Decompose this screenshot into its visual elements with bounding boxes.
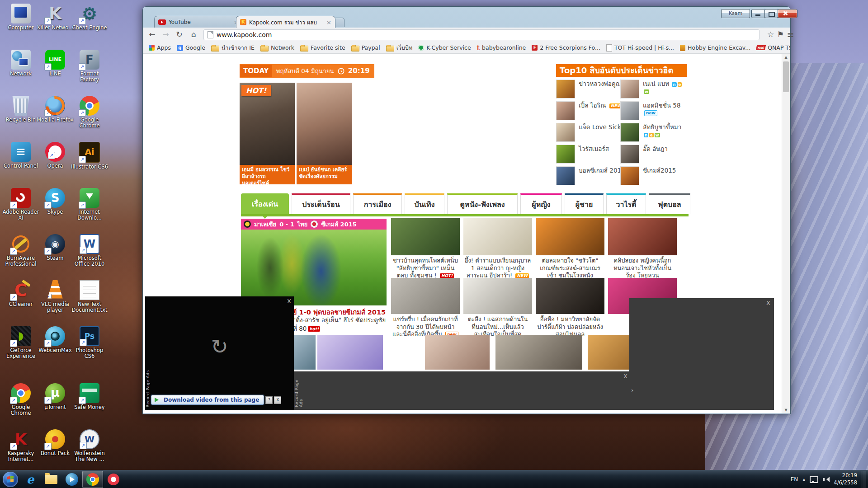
football-caption[interactable]: ย์ 1-0 ฟุตบอลชายซีเกมส์ 2015 "ติ้ง-สารัช…: [293, 308, 389, 333]
download-video-button[interactable]: Download video from this page: [151, 395, 264, 405]
desktop-icon-safemoney[interactable]: ↗Safe Money: [71, 383, 108, 410]
minimize-button[interactable]: [751, 9, 765, 18]
desktop-icon-reader[interactable]: ↗Adobe Reader XI: [2, 188, 40, 221]
desktop-icon-recycle[interactable]: Recycle Bin: [2, 96, 40, 123]
strip-image[interactable]: [294, 335, 316, 370]
page-tab-3[interactable]: การเมือง: [353, 193, 402, 214]
bookmark-item[interactable]: K-Cyber Service: [418, 44, 471, 51]
ksam-plugin-button[interactable]: Ksam: [721, 9, 750, 18]
strip-image[interactable]: [317, 335, 383, 370]
desktop-icon-cheatengine[interactable]: ↗Cheat Engine: [71, 4, 108, 31]
language-indicator[interactable]: EN: [791, 476, 798, 483]
top10-item[interactable]: เนเน่ แบท new: [620, 80, 688, 99]
bookmark-item[interactable]: TOT Hi-speed | Hi-s...: [606, 44, 674, 52]
bookmark-item[interactable]: นำเข้าจาก IE: [211, 43, 255, 52]
desktop-icon-opera[interactable]: ↗Opera: [36, 142, 74, 169]
bookmark-item[interactable]: NASQNAP TS-253 Pro R...: [756, 44, 790, 51]
desktop-icon-bonut[interactable]: ↗Bonut Pack: [36, 429, 74, 456]
article-card[interactable]: คลิปสยอง หญิงคนนี้ถูก หนอนเจาะไชหัวทั้งเ…: [608, 218, 677, 280]
desktop-icon-skype[interactable]: ↗Skype: [36, 188, 74, 215]
page-tab-9[interactable]: ฟุตบอล: [649, 193, 690, 214]
desktop-icon-kaspersky[interactable]: ↗Kaspersky Internet...: [2, 429, 40, 462]
article-card[interactable]: ชาวบ้านสุดทนโพสต์เหน็บ "ลัทธิบูชาขี้หมา"…: [391, 218, 460, 280]
start-button[interactable]: [3, 472, 18, 487]
chevron-icon[interactable]: ›: [631, 387, 633, 394]
desktop-icon-computer[interactable]: Computer: [2, 4, 40, 31]
close-icon[interactable]: X: [766, 300, 770, 306]
tray-expand-icon[interactable]: ▲: [802, 478, 805, 482]
bookmark-item[interactable]: Hobby Engine Excav...: [680, 44, 750, 51]
top10-item[interactable]: แอดมิชชั่น 58 new: [620, 101, 688, 120]
maximize-button[interactable]: [764, 9, 778, 18]
page-tab-7[interactable]: ผู้ชาย: [565, 193, 604, 214]
top10-item[interactable]: ซีเกมส์2015: [620, 166, 688, 185]
desktop-icon-illustrator[interactable]: ↗Illustrator CS6: [71, 142, 108, 170]
bookmark-item[interactable]: Paypal: [351, 44, 380, 52]
tab-youtube[interactable]: YouTube×: [154, 16, 243, 28]
desktop-icon-formatfactory[interactable]: ↗Format Factory: [71, 50, 108, 83]
speaker-icon[interactable]: [823, 477, 829, 482]
scrollbar-thumb[interactable]: [783, 61, 789, 92]
taskbar-explorer-button[interactable]: [41, 471, 61, 488]
taskbar-wmp-button[interactable]: [61, 471, 82, 488]
scroll-down-arrow[interactable]: ▼: [782, 407, 790, 413]
close-download-bar-button[interactable]: X: [274, 396, 281, 404]
hot-card[interactable]: เบเบ๋ ธันย์ชนก เคลียร์ชัดเรื่องศัลยกรรม: [297, 83, 352, 184]
desktop-icon-controlpanel[interactable]: Control Panel: [2, 142, 40, 169]
desktop-icon-ccleaner[interactable]: ↗CCleaner: [2, 280, 40, 307]
desktop-icon-wolfenstein[interactable]: ↗Wolfenstein The New ...: [71, 429, 108, 462]
page-tab-5[interactable]: ดูหนัง-ฟังเพลง: [447, 193, 518, 214]
show-desktop-button[interactable]: [862, 471, 866, 488]
forward-button[interactable]: →: [160, 28, 172, 41]
desktop-icon-photoshop[interactable]: ↗Photoshop CS6: [71, 326, 108, 359]
bookmark-item[interactable]: Favorite site: [300, 44, 345, 52]
bookmark-item[interactable]: Apps: [149, 44, 171, 51]
desktop-icon-word[interactable]: ↗Microsoft Office 2010: [71, 234, 108, 267]
page-tab-6[interactable]: ผู้หญิง: [520, 193, 562, 214]
strip-image[interactable]: [425, 335, 490, 370]
article-card[interactable]: แชร์พรึ่บ ! เมื่อคนรักเก่าที่ จากกัน 30 …: [391, 278, 460, 338]
bookmark-item[interactable]: gGoogle: [177, 44, 205, 51]
top10-item[interactable]: อั๊ด อัษฎา: [620, 145, 688, 164]
bookmark-item[interactable]: F2 Free Scorpions Fo...: [532, 44, 600, 51]
tab-close-icon[interactable]: ×: [326, 19, 331, 25]
desktop-icon-line[interactable]: ↗LINE: [36, 50, 74, 77]
desktop-icon-chrome[interactable]: ↗Google Chrome: [2, 383, 40, 416]
page-tab-2[interactable]: ประเด็นร้อน: [292, 193, 350, 214]
bookmark-item[interactable]: Network: [260, 44, 294, 52]
close-icon[interactable]: X: [623, 373, 627, 379]
taskbar-opera-button[interactable]: [103, 471, 124, 488]
desktop-icon-txt[interactable]: New Text Document.txt: [71, 280, 108, 313]
page-tab-4[interactable]: บันเทิง: [405, 193, 444, 214]
close-window-button[interactable]: [778, 9, 797, 18]
home-button[interactable]: ⌂: [188, 28, 200, 41]
desktop-icon-firefox[interactable]: ↗Mozilla Firefox: [36, 96, 74, 123]
desktop-icon-killer[interactable]: ↗Killer Netwo...: [36, 4, 74, 31]
page-tab-1[interactable]: เรื่องเด่น: [241, 193, 289, 214]
taskbar-chrome-button[interactable]: [82, 471, 103, 488]
desktop-icon-utorrent[interactable]: ↗µTorrent: [36, 383, 74, 410]
article-card[interactable]: อึ้ง! ตำราแบบเรียนอนุบาล 1 สอนเด็กว่า ญ-…: [463, 218, 532, 280]
close-icon[interactable]: X: [287, 298, 291, 304]
address-bar[interactable]: www.kapook.com: [203, 29, 760, 40]
help-button[interactable]: ?: [265, 396, 273, 404]
article-card[interactable]: ต่อลมหายใจ "ชรัวโต" เกณฑ์พระสงฆ์-สามเณร …: [536, 218, 604, 280]
bookmark-item[interactable]: เว็บบิท: [386, 43, 412, 52]
desktop-icon-network[interactable]: Network: [2, 50, 40, 77]
scroll-up-arrow[interactable]: ▲: [782, 54, 790, 61]
desktop-icon-idm[interactable]: ↗Internet Downlo...: [71, 188, 108, 221]
article-card[interactable]: ตะลึง ! แฉสภาพด้านใน ที่นอนใหม่...เห็นแล…: [463, 278, 532, 338]
tab-kapook[interactable]: KKapook.com รวม ข่าว ผลบอ×: [236, 16, 335, 28]
bookmark-item[interactable]: tbabybearonline: [477, 44, 526, 51]
menu-button[interactable]: ≡: [784, 28, 797, 41]
hot-card[interactable]: เอมมี่ อมลวรรณ โชว์ลีลาล้างรถ มอเตอร์ไซค…: [240, 83, 295, 184]
clock[interactable]: 20:19 4/6/2558: [834, 472, 857, 486]
top10-item[interactable]: ลัทธิบูชาขี้หมา new: [620, 123, 688, 142]
article-card[interactable]: อื้อหือ ! มหาวิทยาลัยจัด ปาร์ตี้แก้ผ้า ป…: [536, 278, 604, 338]
network-icon[interactable]: [810, 476, 818, 483]
desktop-icon-geforce[interactable]: ↗GeForce Experience: [2, 326, 40, 359]
desktop-icon-vlc[interactable]: ↗VLC media player: [36, 280, 74, 313]
back-button[interactable]: ←: [146, 28, 158, 41]
refresh-icon[interactable]: ↻: [211, 334, 228, 359]
desktop-icon-webcammax[interactable]: ↗WebcamMax: [36, 326, 74, 353]
